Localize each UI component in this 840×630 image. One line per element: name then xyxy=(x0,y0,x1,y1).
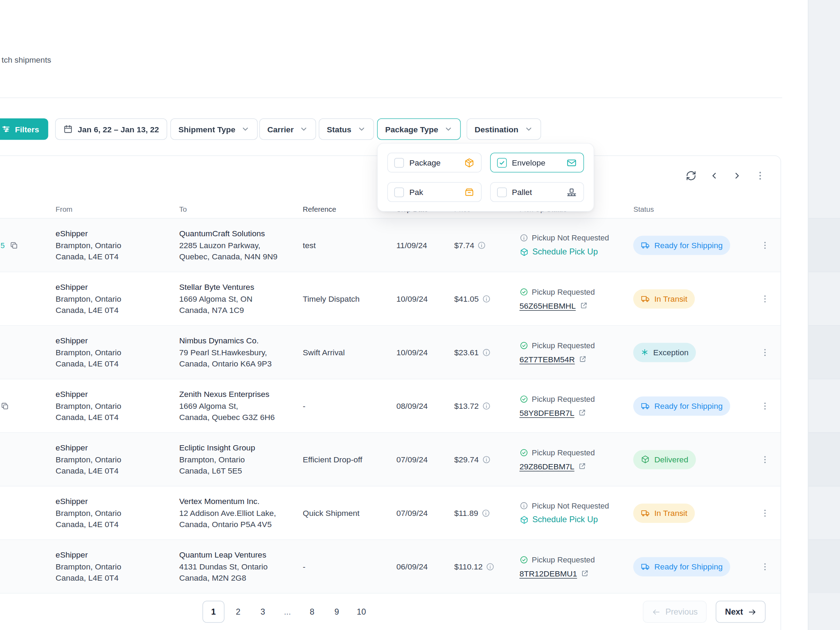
external-link-icon[interactable] xyxy=(581,569,589,577)
copy-icon[interactable] xyxy=(9,241,18,249)
row-actions-cell xyxy=(749,455,780,464)
tracking-link[interactable]: 56Z65HEBMHL xyxy=(519,301,576,310)
from-cell: eShipper Brampton, Ontario Canada, L4E 0… xyxy=(56,335,179,369)
carrier-dropdown[interactable]: Carrier xyxy=(259,118,316,140)
from-address-1: Brampton, Ontario xyxy=(56,561,174,572)
package-type-dropdown[interactable]: Package Type xyxy=(377,118,461,140)
tracking-link[interactable]: 62T7TEBM54R xyxy=(519,355,575,364)
reference-cell: - xyxy=(303,401,396,410)
checkbox-pak[interactable] xyxy=(395,187,404,197)
page-button-2[interactable]: 2 xyxy=(227,601,249,623)
status-cell: Exception xyxy=(633,343,750,362)
checkbox-envelope-checked[interactable] xyxy=(497,158,507,167)
external-link-icon[interactable] xyxy=(579,355,587,363)
info-icon[interactable] xyxy=(482,294,490,303)
row-menu-button[interactable] xyxy=(749,240,780,250)
destination-dropdown[interactable]: Destination xyxy=(467,118,541,140)
schedule-pickup-link[interactable]: Schedule Pick Up xyxy=(532,515,598,525)
check-circle-icon xyxy=(519,287,528,296)
page-button-3[interactable]: 3 xyxy=(252,601,274,623)
checkbox-package[interactable] xyxy=(395,158,404,167)
adjacent-panel xyxy=(808,0,840,630)
page-button-9[interactable]: 9 xyxy=(326,601,348,623)
pickup-status-text: Pickup Not Requested xyxy=(532,502,609,510)
price-cell: $13.72 xyxy=(454,401,519,410)
from-cell: eShipper Brampton, Ontario Canada, L4E 0… xyxy=(56,228,179,262)
info-icon[interactable] xyxy=(482,455,490,463)
row-edge-cell xyxy=(0,379,56,433)
info-icon[interactable] xyxy=(481,508,489,517)
row-menu-button[interactable] xyxy=(749,401,780,411)
ship-date-cell: 07/09/24 xyxy=(396,455,454,464)
price-value: $29.74 xyxy=(454,455,479,464)
kebab-menu-icon xyxy=(760,562,770,572)
tracking-id-fragment[interactable]: 5 xyxy=(1,241,5,249)
row-menu-button[interactable] xyxy=(749,294,780,304)
pickup-requested-block: Pickup Requested 58Y8DFEBR7L xyxy=(519,395,628,417)
info-icon[interactable] xyxy=(477,241,486,249)
to-address-2: Canada, N7A 1C9 xyxy=(179,305,297,316)
table-menu-button[interactable] xyxy=(753,169,767,183)
ship-date-cell: 06/09/24 xyxy=(396,562,454,571)
info-icon[interactable] xyxy=(482,401,490,410)
page-button-1[interactable]: 1 xyxy=(203,601,225,623)
status-badge: Ready for Shipping xyxy=(633,557,730,576)
kebab-menu-icon xyxy=(760,294,770,304)
table-row: eShipper Brampton, Ontario Canada, L4E 0… xyxy=(0,486,780,540)
envelope-icon xyxy=(566,157,577,168)
external-link-icon[interactable] xyxy=(578,462,586,470)
next-button[interactable]: Next xyxy=(716,601,766,623)
from-address-2: Canada, L4E 0T4 xyxy=(56,572,174,584)
to-address-2: Canada, Ontario K6A 9P3 xyxy=(179,358,297,369)
previous-button[interactable]: Previous xyxy=(643,601,707,623)
option-pak[interactable]: Pak xyxy=(387,182,482,202)
schedule-pickup-link[interactable]: Schedule Pick Up xyxy=(532,247,598,257)
from-address-2: Canada, L4E 0T4 xyxy=(56,305,174,316)
table-row: 5 eShipper Brampton, Ontario Canada, L4E… xyxy=(0,218,780,272)
row-menu-button[interactable] xyxy=(749,508,780,518)
option-package[interactable]: Package xyxy=(387,153,482,172)
checkbox-pallet[interactable] xyxy=(497,187,507,197)
prev-page-chevron[interactable] xyxy=(707,169,721,183)
filters-button[interactable]: Filters xyxy=(0,118,48,140)
copy-icon[interactable] xyxy=(1,401,9,410)
shipment-type-dropdown[interactable]: Shipment Type xyxy=(171,118,258,140)
to-address-2: Canada, Quebec G3Z 6H6 xyxy=(179,412,297,423)
option-envelope[interactable]: Envelope xyxy=(490,153,584,172)
row-edge-cell xyxy=(0,272,56,325)
from-cell: eShipper Brampton, Ontario Canada, L4E 0… xyxy=(56,281,179,316)
to-address-1: 1669 Algoma St, ON xyxy=(179,293,297,305)
to-cell: QuantumCraft Solutions 2285 Lauzon Parkw… xyxy=(179,228,303,262)
check-circle-icon xyxy=(519,341,528,349)
from-address-1: Brampton, Ontario xyxy=(56,346,174,358)
tracking-link[interactable]: 29Z86DEBM7L xyxy=(519,462,574,471)
column-header-status: Status xyxy=(633,205,750,213)
row-menu-button[interactable] xyxy=(749,455,780,464)
from-name: eShipper xyxy=(56,335,174,346)
row-edge-cell xyxy=(0,326,56,379)
status-dropdown[interactable]: Status xyxy=(319,118,374,140)
page-button-8[interactable]: 8 xyxy=(301,601,323,623)
page-button-10[interactable]: 10 xyxy=(351,601,373,623)
info-icon[interactable] xyxy=(482,348,490,356)
external-link-icon[interactable] xyxy=(579,302,587,309)
status-cell: Delivered xyxy=(633,450,750,469)
option-envelope-label: Envelope xyxy=(512,158,561,167)
row-menu-button[interactable] xyxy=(749,562,780,572)
to-address-2: Canada, L6T 5E5 xyxy=(179,465,297,477)
info-icon[interactable] xyxy=(486,562,494,570)
price-value: $110.12 xyxy=(454,562,483,571)
next-page-chevron[interactable] xyxy=(730,169,744,183)
tracking-link[interactable]: 8TR12DEBMU1 xyxy=(519,569,577,578)
option-pallet[interactable]: Pallet xyxy=(490,182,584,202)
kebab-menu-icon xyxy=(760,401,770,411)
to-cell: Quantum Leap Ventures 4131 Dundas St, On… xyxy=(179,549,303,584)
row-menu-button[interactable] xyxy=(749,347,780,357)
external-link-icon[interactable] xyxy=(578,409,586,417)
refresh-button[interactable] xyxy=(684,169,698,183)
status-filter-label: Status xyxy=(327,125,351,134)
tracking-link[interactable]: 58Y8DFEBR7L xyxy=(519,408,574,417)
date-range-picker[interactable]: Jan 6, 22 – Jan 13, 22 xyxy=(55,118,167,140)
pickup-requested-block: Pickup Requested 56Z65HEBMHL xyxy=(519,287,628,310)
row-actions-cell xyxy=(749,240,780,250)
